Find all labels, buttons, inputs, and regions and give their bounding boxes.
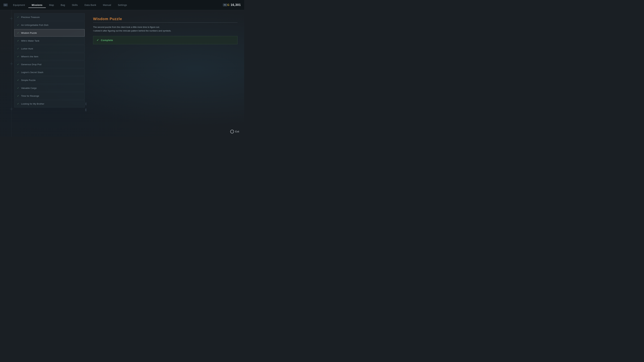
left-trigger-badge: L1 [3, 3, 8, 6]
mission-item-time-for-revenge[interactable]: ✓ Time for Revenge [14, 92, 85, 99]
complete-check-icon: ✓ [96, 38, 99, 42]
check-icon: ✓ [17, 31, 19, 34]
check-icon: ✓ [17, 87, 19, 89]
check-icon: ✓ [17, 47, 19, 50]
mission-item-wheres-item[interactable]: ✓ Where's the Item [14, 53, 85, 60]
currency-value: 16,301 [230, 3, 241, 7]
detail-divider [93, 22, 238, 23]
check-icon: ✓ [17, 24, 19, 26]
currency-display: G 16,301 [227, 3, 241, 7]
mission-item-legions-stash[interactable]: ✓ Legion's Secret Stash [14, 68, 85, 76]
mission-detail-title: Wisdom Puzzle [93, 17, 238, 21]
nav-databank[interactable]: Data Bank [81, 2, 100, 8]
mission-item-lurker-hunt[interactable]: ✓ Lurker Hunt [14, 45, 85, 52]
mission-detail-description: The second puzzle from the client took a… [93, 25, 238, 33]
header: L1 Equipment Missions Map Bag Skills Dat… [0, 0, 244, 10]
mission-list: ✓ Precious Treasure ✓ An Unforgettable F… [14, 13, 86, 133]
check-icon: ✓ [17, 16, 19, 18]
mission-name: Time for Revenge [21, 95, 39, 97]
check-icon: ✓ [17, 94, 19, 97]
mission-item-drop-pod[interactable]: ✓ Generous Drop Pod [14, 61, 85, 68]
mission-item-fish-dish[interactable]: ✓ An Unforgettable Fish Dish [14, 21, 85, 29]
nav-skills[interactable]: Skills [68, 2, 81, 8]
mission-name: Simple Puzzle [21, 79, 36, 81]
currency-icon: G [227, 3, 230, 6]
complete-label: Complete [101, 39, 113, 41]
check-icon: ✓ [17, 102, 19, 105]
nav-manual[interactable]: Manual [100, 2, 114, 8]
mission-name: Wisdom Puzzle [21, 32, 37, 34]
mission-item-simple-puzzle[interactable]: ✓ Simple Puzzle [14, 76, 85, 84]
mission-item-wisdom-puzzle[interactable]: ✓ Wisdom Puzzle [14, 29, 85, 36]
mission-name: Lurker Hunt [21, 47, 33, 50]
check-icon: ✓ [17, 71, 19, 73]
check-icon: ✓ [17, 55, 19, 58]
mission-name: Looking for My Brother [21, 103, 44, 105]
mission-name: An Unforgettable Fish Dish [21, 24, 48, 26]
mission-item-precious-treasure[interactable]: ✓ Precious Treasure [14, 13, 85, 21]
nav-settings[interactable]: Settings [114, 2, 130, 8]
mission-item-water-tank[interactable]: ✓ Wife's Water Tank [14, 37, 85, 44]
mission-name: Wife's Water Tank [21, 39, 40, 42]
check-icon: ✓ [17, 79, 19, 81]
mission-complete-badge: ✓ Complete [93, 36, 238, 44]
nav-equipment[interactable]: Equipment [10, 2, 28, 8]
mission-name: Where's the Item [21, 55, 38, 58]
right-trigger-badge: R1 [223, 3, 228, 6]
nav-bag[interactable]: Bag [57, 2, 68, 8]
mission-name: Precious Treasure [21, 16, 40, 18]
navigation: Equipment Missions Map Bag Skills Data B… [10, 2, 221, 8]
mission-item-looking-for-brother[interactable]: ✓ Looking for My Brother [14, 100, 85, 107]
nav-map[interactable]: Map [46, 2, 57, 8]
mission-name: Generous Drop Pod [21, 63, 42, 66]
mission-name: Legion's Secret Stash [21, 71, 43, 73]
mission-name: Valuable Cargo [21, 87, 37, 89]
main-content: ✓ Precious Treasure ✓ An Unforgettable F… [0, 10, 244, 137]
check-icon: ✓ [17, 39, 19, 42]
mission-detail-panel: Wisdom Puzzle The second puzzle from the… [86, 13, 244, 133]
nav-missions[interactable]: Missions [28, 2, 46, 8]
mission-item-valuable-cargo[interactable]: ✓ Valuable Cargo [14, 84, 85, 92]
check-icon: ✓ [17, 63, 19, 66]
